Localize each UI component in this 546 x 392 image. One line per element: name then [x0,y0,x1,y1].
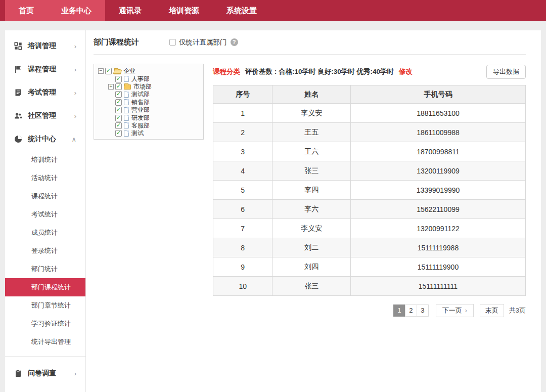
content-card: 培训管理›课程管理›考试管理›社区管理›统计中心∧培训统计活动统计课程统计考试统… [5,30,541,392]
checkbox-label: 仅统计直属部门 [179,38,227,47]
sidebar-group-statistics-center[interactable]: 统计中心∧ [5,127,85,151]
table-header-1: 姓名 [272,85,351,104]
tree-node-5[interactable]: 研发部 [108,114,199,121]
file-icon [124,115,129,121]
table-row: 1李义安18811653100 [213,104,526,123]
table-cell: 18611009988 [350,123,525,142]
sidebar-group-exam-management[interactable]: 考试管理› [5,81,85,104]
sidebar-group-training-management[interactable]: 培训管理› [5,34,85,58]
tree-spacer [108,130,114,136]
tree-node-0[interactable]: 人事部 [108,75,199,82]
page-button-1[interactable]: 1 [393,304,405,317]
last-page-button[interactable]: 末页 [480,304,504,317]
table-row: 3王六18700998811 [213,142,526,161]
table-cell: 18700998811 [350,142,525,161]
sidebar-item-department-chapter-stats[interactable]: 部门章节统计 [5,296,85,315]
table-cell: 李六 [272,200,351,219]
sidebar-item-learning-verification-stats[interactable]: 学习验证统计 [5,315,85,333]
sidebar-group-survey[interactable]: 问卷调查› [5,362,85,385]
sidebar-group-mopk[interactable]: PKMOPK› [5,385,85,392]
table-cell: 13200119909 [350,161,525,181]
tree-checkbox[interactable] [105,68,112,74]
sidebar-item-department-stats[interactable]: 部门统计 [5,260,85,278]
nav-tab-home[interactable]: 首页 [5,0,48,21]
sidebar-item-stats-export-management[interactable]: 统计导出管理 [5,333,85,351]
table-cell: 1 [213,104,272,123]
chevron-right-icon: › [74,89,76,97]
sidebar-item-exam-stats[interactable]: 考试统计 [5,205,85,224]
file-icon [124,92,129,98]
sidebar-group-label: 课程管理 [28,65,56,74]
table-cell: 李义安 [272,219,351,238]
tree-node-label[interactable]: 测试 [131,129,144,138]
table-cell: 2 [213,123,272,142]
tree-node-7[interactable]: 测试 [108,129,199,137]
tree-checkbox[interactable] [115,99,122,106]
checkbox-box[interactable] [169,39,176,46]
tree-node-3[interactable]: 销售部 [108,99,199,106]
file-icon [124,122,129,128]
sidebar-item-department-course-stats[interactable]: 部门课程统计 [5,278,85,296]
table-row: 8刘二15111119988 [213,238,526,257]
nav-tab-business-center[interactable]: 业务中心 [48,0,105,21]
table-row: 7李义安13200991122 [213,219,526,238]
tree-checkbox[interactable] [115,122,122,129]
tree-checkbox[interactable] [115,115,122,121]
table-cell: 王六 [272,142,351,161]
tree-node-2[interactable]: 测试部 [108,91,199,98]
department-tree: −企业人事部+市场部测试部销售部营业部研发部客服部测试 [94,64,204,140]
tree-spacer [108,92,114,97]
sidebar-group-label: 统计中心 [28,135,56,144]
sidebar-item-login-stats[interactable]: 登录统计 [5,242,85,260]
users-icon [14,112,22,120]
top-navbar: 首页业务中心通讯录培训资源系统设置 [0,0,546,21]
table-cell: 15111119988 [350,238,525,257]
tree-checkbox[interactable] [115,76,122,82]
sidebar-group-community-management[interactable]: 社区管理› [5,104,85,127]
tree-checkbox[interactable] [115,83,122,90]
direct-dept-checkbox[interactable]: 仅统计直属部门 [169,38,227,47]
next-page-button[interactable]: 下一页› [436,304,474,317]
tree-node-6[interactable]: 客服部 [108,122,199,129]
course-category-link[interactable]: 课程分类 [213,67,240,76]
collapse-icon[interactable]: − [98,68,104,74]
chevron-right-icon: › [74,112,76,120]
tree-spacer [108,123,114,128]
nav-tab-training-resources[interactable]: 培训资源 [155,0,213,21]
tree-root-node[interactable]: −企业 [98,67,199,75]
tree-node-4[interactable]: 营业部 [108,106,199,114]
tree-spacer [108,76,114,82]
sidebar-item-member-stats[interactable]: 成员统计 [5,224,85,242]
nav-tab-contacts[interactable]: 通讯录 [105,0,155,21]
sidebar-group-label: 问卷调查 [28,369,56,378]
table-cell: 15622110099 [350,200,525,219]
sidebar: 培训管理›课程管理›考试管理›社区管理›统计中心∧培训统计活动统计课程统计考试统… [5,30,86,392]
table-cell: 7 [213,219,272,238]
sidebar-item-activity-stats[interactable]: 活动统计 [5,169,85,187]
nav-tab-system-settings[interactable]: 系统设置 [213,0,270,21]
tree-node-1[interactable]: +市场部 [108,83,199,91]
tree-checkbox[interactable] [115,107,122,113]
flag-icon [14,65,22,73]
table-header-2: 手机号码 [350,85,525,104]
expand-icon[interactable]: + [108,84,114,90]
sidebar-item-course-stats[interactable]: 课程统计 [5,187,85,205]
table-cell: 3 [213,142,272,161]
next-page-label: 下一页 [442,307,462,314]
chevron-up-icon: ∧ [71,136,76,143]
page-button-2[interactable]: 2 [405,304,417,317]
modify-link[interactable]: 修改 [399,67,413,76]
chevron-right-icon: › [74,370,76,377]
table-cell: 王五 [272,123,351,142]
page-button-3[interactable]: 3 [417,304,429,317]
sidebar-group-course-management[interactable]: 课程管理› [5,58,85,81]
help-icon[interactable]: ? [231,38,238,46]
table-cell: 13200991122 [350,219,525,238]
export-data-button[interactable]: 导出数据 [486,65,526,79]
table-cell: 15111111111 [350,277,525,296]
sidebar-group-label: 社区管理 [28,111,56,120]
tree-checkbox[interactable] [115,130,122,137]
tree-checkbox[interactable] [115,91,122,98]
sidebar-item-training-stats[interactable]: 培训统计 [5,151,85,169]
table-row: 5李四13399019990 [213,181,526,200]
